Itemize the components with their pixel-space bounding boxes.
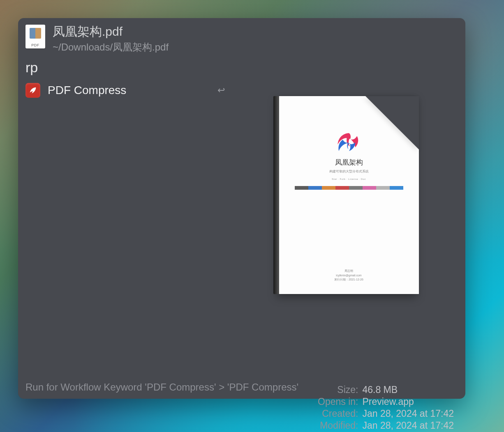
meta-opens-label: Opens in: <box>318 396 358 407</box>
meta-created-label: Created: <box>318 408 358 419</box>
file-metadata: Size: 46.8 MB Opens in: Preview.app Crea… <box>318 384 454 431</box>
phoenix-logo-icon <box>334 129 364 154</box>
alfred-window: PDF 凤凰架构.pdf ~/Downloads/凤凰架构.pdf rp PDF… <box>18 18 465 399</box>
document-preview: 凤凰架构 构建可靠的大型分布式系统 Star · Fork · License … <box>279 96 419 294</box>
cover-email: icyfenix@gmail.com <box>336 274 361 277</box>
file-title: 凤凰架构.pdf <box>53 25 458 38</box>
preview-panel: 凤凰架构 构建可靠的大型分布式系统 Star · Fork · License … <box>232 76 465 377</box>
cover-stripe <box>295 186 403 190</box>
file-path: ~/Downloads/凤凰架构.pdf <box>53 41 458 54</box>
search-query[interactable]: rp <box>18 57 465 76</box>
cover-subtitle: 构建可靠的大型分布式系统 <box>329 169 369 174</box>
file-header-text: 凤凰架构.pdf ~/Downloads/凤凰架构.pdf <box>53 25 458 54</box>
cover-date: 发行日期：2021-12-26 <box>334 278 363 282</box>
result-item-pdf-compress[interactable]: PDF Compress ↩ <box>25 80 232 100</box>
page-curl-icon <box>365 96 419 149</box>
feather-icon <box>25 83 40 98</box>
meta-modified-label: Modified: <box>318 420 358 431</box>
cover-badges: Star · Fork · License · Doc <box>332 178 366 180</box>
results-row: PDF Compress ↩ 凤凰架构 构建可靠的大型分布式系统 Star · … <box>18 76 465 377</box>
result-title: PDF Compress <box>48 84 210 97</box>
meta-opens-value: Preview.app <box>362 396 454 407</box>
meta-modified-value: Jan 28, 2024 at 17:42 <box>362 420 454 431</box>
cover-title: 凤凰架构 <box>335 158 363 167</box>
return-icon: ↩ <box>217 85 227 96</box>
cover-author: 周志明 <box>344 269 353 273</box>
file-icon-label: PDF <box>31 43 39 48</box>
meta-size-value: 46.8 MB <box>362 384 454 395</box>
file-header: PDF 凤凰架构.pdf ~/Downloads/凤凰架构.pdf <box>18 18 465 57</box>
results-list: PDF Compress ↩ <box>18 76 232 377</box>
meta-size-label: Size: <box>318 384 358 395</box>
pdf-file-icon: PDF <box>25 25 45 48</box>
meta-created-value: Jan 28, 2024 at 17:42 <box>362 408 454 419</box>
cover-footer: 周志明 icyfenix@gmail.com 发行日期：2021-12-26 <box>334 269 363 282</box>
